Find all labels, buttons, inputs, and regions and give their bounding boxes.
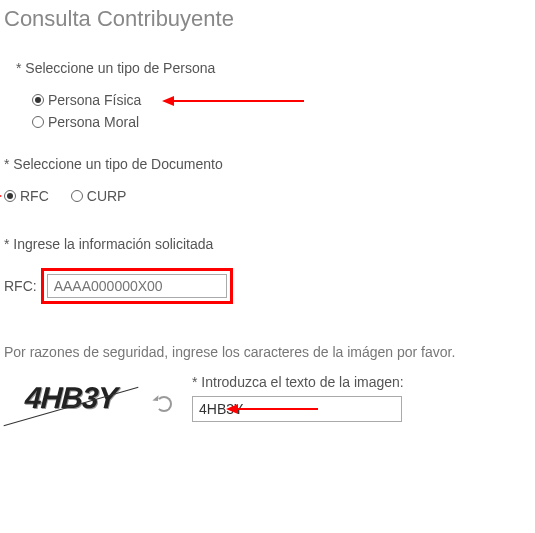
captcha-input-label: * Introduzca el texto de la imagen: <box>192 374 404 390</box>
captcha-image: 4HB3Y <box>6 377 136 419</box>
radio-persona-moral[interactable] <box>32 116 44 128</box>
annotation-arrow-icon <box>162 96 304 106</box>
rfc-input[interactable] <box>47 274 227 298</box>
radio-label-persona-fisica: Persona Física <box>48 92 141 108</box>
info-section-label: * Ingrese la información solicitada <box>4 236 535 252</box>
radio-persona-fisica[interactable] <box>32 94 44 106</box>
radio-label-rfc: RFC <box>20 188 49 204</box>
annotation-arrow-icon <box>0 192 2 200</box>
annotation-highlight-box <box>41 268 233 304</box>
documento-radio-group: RFC CURP <box>4 188 535 204</box>
rfc-label: RFC: <box>4 278 37 294</box>
refresh-captcha-icon[interactable] <box>156 396 172 412</box>
radio-curp[interactable] <box>71 190 83 202</box>
captcha-image-text: 4HB3Y <box>24 381 118 415</box>
radio-label-curp: CURP <box>87 188 127 204</box>
annotation-arrow-icon <box>226 404 318 414</box>
radio-rfc[interactable] <box>4 190 16 202</box>
persona-radio-group: Persona Física Persona Moral <box>32 92 535 130</box>
persona-section-label: * Seleccione un tipo de Persona <box>16 60 535 76</box>
documento-section-label: * Seleccione un tipo de Documento <box>4 156 535 172</box>
security-instruction: Por razones de seguridad, ingrese los ca… <box>4 344 535 360</box>
radio-label-persona-moral: Persona Moral <box>48 114 139 130</box>
page-title: Consulta Contribuyente <box>4 6 535 32</box>
